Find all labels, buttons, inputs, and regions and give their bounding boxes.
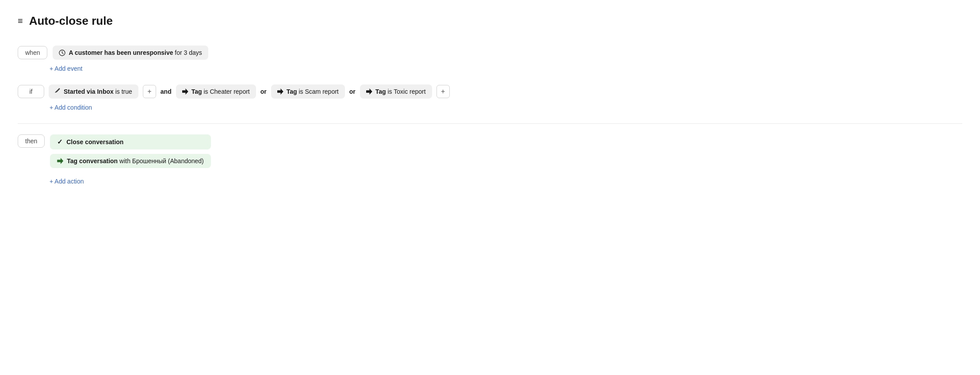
if-row: if Started via Inbox is true + and Tag i…	[18, 84, 962, 99]
condition-4-bold: Tag	[375, 88, 386, 95]
menu-icon[interactable]: ≡	[18, 16, 23, 26]
actions-column: ✓ Close conversation Tag conversation wi…	[50, 134, 211, 172]
condition-3-text: Tag is Scam report	[287, 88, 339, 95]
page-title: Auto-close rule	[29, 14, 113, 28]
when-section: when A customer has been unresponsive fo…	[18, 46, 962, 72]
when-event-chip[interactable]: A customer has been unresponsive for 3 d…	[53, 46, 208, 60]
condition-2-text: Tag is Cheater report	[191, 88, 250, 95]
condition-chip-4[interactable]: Tag is Toxic report	[360, 84, 432, 99]
condition-4-text: Tag is Toxic report	[375, 88, 426, 95]
condition-1-bold: Started via Inbox	[64, 88, 114, 95]
svg-line-2	[62, 53, 64, 54]
section-divider	[18, 123, 962, 124]
then-section: then ✓ Close conversation Tag conversati…	[18, 134, 962, 185]
condition-1-rest: is true	[114, 88, 132, 95]
tag-icon-action-2	[57, 158, 63, 164]
condition-2-bold: Tag	[191, 88, 202, 95]
tag-icon-4	[366, 88, 372, 95]
when-row: when A customer has been unresponsive fo…	[18, 46, 962, 60]
action-2-bold: Tag conversation	[67, 157, 118, 165]
when-event-bold: A customer has been unresponsive	[69, 49, 173, 56]
condition-3-bold: Tag	[287, 88, 297, 95]
then-row: then ✓ Close conversation Tag conversati…	[18, 134, 962, 172]
add-action-link[interactable]: + Add action	[50, 178, 962, 185]
add-condition-link[interactable]: + Add condition	[50, 104, 962, 111]
condition-chip-2[interactable]: Tag is Cheater report	[176, 84, 256, 99]
if-section: if Started via Inbox is true + and Tag i…	[18, 84, 962, 111]
condition-4-rest: is Toxic report	[386, 88, 426, 95]
action-chip-2[interactable]: Tag conversation with Брошенный (Abandon…	[50, 154, 211, 168]
action-2-rest: with Брошенный (Abandoned)	[118, 157, 204, 165]
connector-and: and	[161, 88, 172, 95]
condition-plus-1[interactable]: +	[143, 85, 156, 98]
when-label: when	[18, 46, 47, 59]
add-event-link[interactable]: + Add event	[50, 65, 962, 72]
check-icon: ✓	[57, 138, 63, 146]
clock-icon	[59, 50, 65, 56]
condition-1-text: Started via Inbox is true	[64, 88, 132, 95]
condition-3-rest: is Scam report	[297, 88, 339, 95]
header: ≡ Auto-close rule	[18, 14, 962, 28]
action-chip-1[interactable]: ✓ Close conversation	[50, 134, 211, 149]
action-1-bold: Close conversation	[66, 138, 123, 145]
then-label: then	[18, 134, 45, 148]
connector-or-2: or	[349, 88, 356, 95]
condition-chip-3[interactable]: Tag is Scam report	[271, 84, 345, 99]
tag-icon-2	[182, 88, 188, 95]
action-1-text: Close conversation	[66, 138, 123, 145]
tag-icon-3	[277, 88, 283, 95]
condition-chip-1[interactable]: Started via Inbox is true	[49, 84, 138, 99]
connector-or-1: or	[260, 88, 267, 95]
edit-icon-1	[55, 88, 61, 95]
action-2-text: Tag conversation with Брошенный (Abandon…	[67, 157, 204, 165]
when-event-rest: for 3 days	[173, 49, 202, 56]
condition-plus-2[interactable]: +	[436, 85, 450, 98]
when-event-text: A customer has been unresponsive for 3 d…	[69, 49, 202, 56]
condition-2-rest: is Cheater report	[202, 88, 250, 95]
if-label: if	[18, 85, 44, 98]
